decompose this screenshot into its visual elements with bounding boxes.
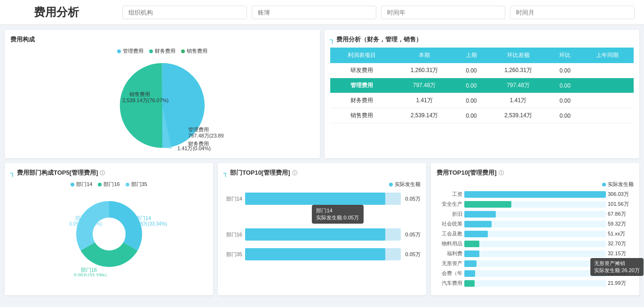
legend-dept35: 部门35 (126, 181, 147, 188)
dept-top10-title: ┐ 部门TOP10[管理费用] ⓘ (223, 169, 421, 177)
legend-dept-actual: 实际发生额 (389, 181, 421, 188)
dept16-bar-track (245, 228, 401, 241)
expense-track-8 (464, 270, 606, 277)
cell-r0-c2: 0.00 (455, 63, 487, 78)
dept35-bar-fill (245, 248, 385, 260)
filter-org[interactable] (122, 6, 247, 19)
expense-fill-7 (464, 260, 477, 267)
table-row: 研发费用1,260.31万0.001,260.31万0.00 (330, 63, 634, 78)
section-icon-3: ┐ (223, 169, 228, 177)
cost-composition-legend: 管理费用 财务费用 销售费用 (10, 48, 314, 55)
legend-dot-dept14 (71, 183, 74, 186)
expense-bar-row: 无形资产 无形资产摊销实际发生额:26.20万 26.20万 (437, 260, 634, 267)
section-icon: ┐ (330, 36, 335, 43)
main-content: 费用构成 管理费用 财务费用 销售费用 (0, 25, 644, 300)
dept14-bar-track (245, 193, 401, 205)
legend-dot-dept16 (98, 183, 102, 186)
page-title: 费用分析 (9, 5, 103, 20)
cell-r0-c3: 1,260.31万 (487, 63, 549, 78)
expense-bar-row: 安全生产 101.56万 (437, 201, 634, 208)
col-current: 本期 (393, 48, 455, 63)
dept35-bar-track (245, 248, 401, 260)
expense-value-2: 67.86万 (608, 210, 634, 218)
table-row: 销售费用2,539.14万0.002,539.14万0.00 (330, 108, 634, 123)
cell-r3-c1: 2,539.14万 (393, 108, 455, 123)
dept14-label: 部门14 (135, 215, 151, 221)
cost-composition-card: 费用构成 管理费用 财务费用 销售费用 (5, 30, 320, 158)
expense-label-4: 工会及教 (437, 230, 462, 237)
expense-fill-3 (464, 221, 492, 227)
cell-r2-c4: 0.00 (549, 93, 581, 108)
cell-r3-c3: 2,539.14万 (487, 108, 549, 123)
section-icon-2: ┐ (10, 169, 15, 177)
expense-tooltip: 无形资产摊销实际发生额:26.20万 (590, 258, 644, 276)
cell-r1-c2: 0.00 (455, 78, 487, 93)
bottom-section: ┐ 费用部门构成TOP5[管理费用] ⓘ 部门14 部门16 部门35 (5, 163, 639, 295)
legend-item-sales: 销售费用 (181, 48, 207, 55)
filter-month[interactable] (510, 6, 635, 19)
legend-dot-actual (389, 183, 393, 186)
analysis-table-wrapper: 利润表项目 本期 上期 环比差额 环比 上年同期 研发费用1,260.31万0.… (330, 48, 634, 123)
tooltip-value: 实际发生额:0.05万 (316, 214, 358, 221)
expense-label-7: 无形资产 (437, 260, 462, 267)
expense-bar-row: 工会及教 51.xx万 (437, 230, 634, 237)
col-prev: 上期 (455, 48, 487, 63)
expense-value-4: 51.xx万 (608, 230, 634, 237)
cell-r3-c0: 销售费用 (330, 108, 394, 123)
cell-r0-c5 (581, 63, 634, 78)
expense-track-4 (464, 231, 606, 237)
legend-dot-sales (181, 49, 185, 53)
expense-bar-row: 物料用品 32.70万 (437, 240, 634, 247)
cell-r1-c1: 797.48万 (393, 78, 455, 93)
legend-dot-finance (149, 49, 153, 53)
pie-label-mgmt: 管理费用 (188, 127, 209, 132)
dept-top5-card: ┐ 费用部门构成TOP5[管理费用] ⓘ 部门14 部门16 部门35 (5, 163, 213, 295)
dept-top10-card: ┐ 部门TOP10[管理费用] ⓘ 实际发生额 部门14 0.05万 (218, 163, 426, 295)
filter-year[interactable] (381, 6, 506, 19)
expense-bar-row: 工资 306.03万 (437, 191, 634, 198)
cell-r1-c0: 管理费用 (330, 78, 394, 93)
expense-track-0 (464, 191, 606, 198)
expense-fill-5 (464, 241, 479, 247)
dept14-tooltip: 部门14 实际发生额:0.05万 (311, 205, 363, 224)
info-icon-2[interactable]: ⓘ (292, 170, 297, 177)
cell-r3-c4: 0.00 (549, 108, 581, 123)
pie-label-mgmt-value: 797.48万(23.89%) (188, 133, 223, 138)
dept35-label: 部门35 (75, 215, 91, 221)
dept16-label: 部门16 (81, 267, 97, 273)
expense-fill-1 (464, 201, 511, 208)
pie-svg: 销售费用 2,539.14万(76.07%) 管理费用 797.48万(23.8… (101, 58, 223, 153)
analysis-table-body: 研发费用1,260.31万0.001,260.31万0.00管理费用797.48… (330, 63, 634, 123)
filter-ledger[interactable] (252, 6, 376, 19)
expense-fill-6 (464, 250, 479, 257)
expense-fill-0 (464, 191, 606, 198)
cell-r0-c0: 研发费用 (330, 63, 394, 78)
cost-pie-chart: 销售费用 2,539.14万(76.07%) 管理费用 797.48万(23.8… (10, 58, 314, 153)
expense-bar-row: 汽车费用 21.99万 (437, 280, 634, 287)
dept-pie-svg: 部门35 0.05万(33.33%) 部门14 0.05万(33.34%) 部门… (43, 192, 175, 276)
expense-track-3 (464, 221, 606, 227)
col-name: 利润表项目 (330, 48, 394, 63)
table-header-row: 利润表项目 本期 上期 环比差额 环比 上年同期 (330, 48, 634, 63)
legend-dot-expense (602, 183, 606, 186)
info-icon-3[interactable]: ⓘ (499, 170, 504, 177)
expense-bars-container: 工资 306.03万 安全生产 101.56万 折旧 67.86万 社会统筹 5… (437, 191, 634, 287)
col-ratio: 环比 (549, 48, 581, 63)
expense-label-6: 福利费 (437, 250, 462, 257)
dept35-value: 0.05万(33.33%) (69, 221, 102, 226)
dept14-bar-value: 0.05万 (405, 195, 421, 202)
dept16-bar-fill (245, 228, 385, 241)
cell-r3-c5 (581, 108, 634, 123)
cell-r2-c0: 财务费用 (330, 93, 394, 108)
expense-label-5: 物料用品 (437, 240, 462, 247)
dept-top5-title: ┐ 费用部门构成TOP5[管理费用] ⓘ (10, 169, 207, 177)
expense-top10-legend: 实际发生额 (437, 181, 634, 188)
table-row: 管理费用797.48万0.00797.48万0.00 (330, 78, 634, 93)
cell-r2-c2: 0.00 (455, 93, 487, 108)
expense-label-2: 折旧 (437, 210, 462, 218)
expense-value-5: 32.70万 (608, 240, 634, 247)
info-icon-1[interactable]: ⓘ (100, 170, 105, 177)
cell-r1-c3: 797.48万 (487, 78, 549, 93)
expense-label-3: 社会统筹 (437, 220, 462, 227)
expense-top10-title: 费用TOP10[管理费用] ⓘ (437, 169, 634, 177)
